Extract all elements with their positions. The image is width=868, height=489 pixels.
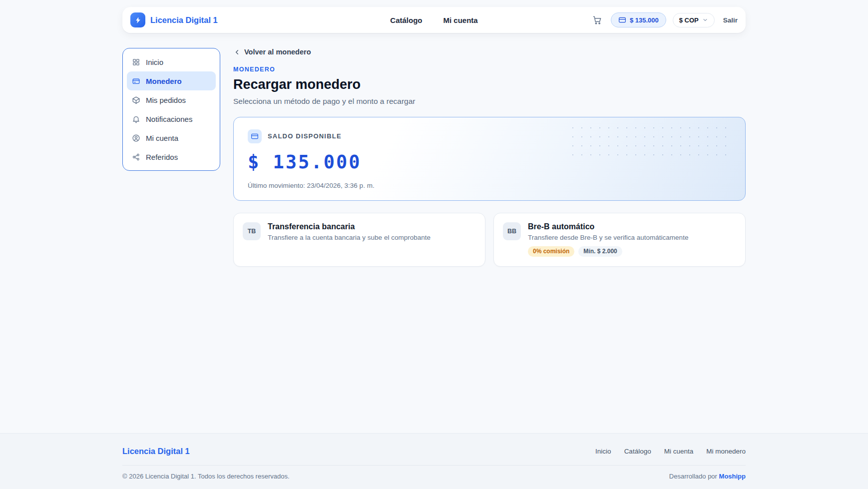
- avatar: BB: [503, 222, 521, 240]
- payment-method-badges: 0% comisión Mín. $ 2.000: [528, 246, 688, 257]
- package-icon: [132, 96, 140, 104]
- grid-icon: [132, 58, 140, 66]
- currency-selector-label: $ COP: [679, 16, 699, 24]
- currency-selector[interactable]: $ COP: [673, 13, 715, 27]
- balance-amount: $ 135.000: [248, 151, 731, 173]
- cart-icon[interactable]: [590, 13, 604, 27]
- footer-developer-link[interactable]: Moshipp: [719, 473, 746, 480]
- footer-top-row: Licencia Digital 1 Inicio Catálogo Mi cu…: [122, 434, 746, 465]
- logout-button[interactable]: Salir: [723, 16, 738, 24]
- bell-icon: [132, 115, 140, 123]
- footer-copyright: © 2026 Licencia Digital 1. Todos los der…: [122, 473, 290, 480]
- footer-link-catalogo[interactable]: Catálogo: [624, 448, 651, 455]
- payment-methods: TB Transferencia bancaria Transfiere a l…: [233, 213, 746, 267]
- footer-link-inicio[interactable]: Inicio: [595, 448, 611, 455]
- brand-logo: [130, 12, 145, 27]
- back-to-wallet-label: Volver al monedero: [244, 48, 311, 56]
- payment-method-bre-b-automatico[interactable]: BB Bre-B automático Transfiere desde Bre…: [493, 213, 746, 267]
- footer-links: Inicio Catálogo Mi cuenta Mi monedero: [595, 448, 746, 455]
- content-area: Inicio Monedero Mis pedidos Notificacion…: [122, 48, 746, 267]
- payment-method-body: Transferencia bancaria Transfiere a la c…: [268, 222, 431, 241]
- page-subtitle: Selecciona un método de pago y el monto …: [233, 97, 746, 106]
- payment-method-title: Bre-B automático: [528, 222, 688, 231]
- footer-link-mi-cuenta[interactable]: Mi cuenta: [664, 448, 694, 455]
- balance-last-movement: Último movimiento: 23/04/2026, 3:36 p. m…: [248, 182, 731, 189]
- footer-developed-by: Desarrollado por Moshipp: [669, 473, 746, 480]
- minimum-amount-badge: Mín. $ 2.000: [578, 246, 622, 257]
- chevron-down-icon: [702, 17, 708, 23]
- avatar: TB: [243, 222, 261, 240]
- brand-name: Licencia Digital 1: [150, 15, 218, 25]
- wallet-icon: [132, 77, 140, 85]
- share-icon: [132, 153, 140, 161]
- wallet-balance-pill-label: $ 135.000: [630, 16, 659, 24]
- brand[interactable]: Licencia Digital 1: [130, 12, 390, 27]
- back-to-wallet-link[interactable]: Volver al monedero: [233, 48, 311, 56]
- balance-label: SALDO DISPONIBLE: [268, 132, 342, 140]
- credit-card-icon: [618, 16, 626, 24]
- payment-method-description: Transfiere desde Bre-B y se verifica aut…: [528, 234, 688, 241]
- nav-link-catalogo[interactable]: Catálogo: [390, 16, 422, 24]
- wallet-balance-pill[interactable]: $ 135.000: [611, 12, 666, 27]
- sidebar-item-inicio[interactable]: Inicio: [127, 52, 216, 71]
- main-panel: Volver al monedero MONEDERO Recargar mon…: [233, 48, 746, 267]
- sidebar: Inicio Monedero Mis pedidos Notificacion…: [122, 48, 220, 171]
- payment-method-transferencia-bancaria[interactable]: TB Transferencia bancaria Transfiere a l…: [233, 213, 485, 267]
- sidebar-item-label: Monedero: [146, 77, 182, 85]
- sidebar-item-label: Notificaciones: [146, 115, 192, 123]
- footer-brand[interactable]: Licencia Digital 1: [122, 447, 190, 456]
- bolt-icon: [134, 16, 142, 24]
- sidebar-item-label: Mi cuenta: [146, 134, 178, 142]
- nav-actions: $ 135.000 $ COP Salir: [478, 12, 738, 27]
- credit-card-icon: [248, 129, 262, 143]
- user-icon: [132, 134, 140, 142]
- sidebar-item-notificaciones[interactable]: Notificaciones: [127, 109, 216, 128]
- sidebar-item-label: Referidos: [146, 153, 178, 161]
- balance-header: SALDO DISPONIBLE: [248, 129, 731, 143]
- footer-link-mi-monedero[interactable]: Mi monedero: [706, 448, 746, 455]
- footer: Licencia Digital 1 Inicio Catálogo Mi cu…: [0, 433, 868, 489]
- nav-links: Catálogo Mi cuenta: [390, 16, 477, 24]
- commission-badge: 0% comisión: [528, 246, 574, 257]
- navbar-container: Licencia Digital 1 Catálogo Mi cuenta $ …: [122, 7, 746, 33]
- navbar: Licencia Digital 1 Catálogo Mi cuenta $ …: [122, 7, 746, 33]
- payment-method-body: Bre-B automático Transfiere desde Bre-B …: [528, 222, 688, 257]
- page-title: Recargar monedero: [233, 77, 746, 92]
- payment-method-title: Transferencia bancaria: [268, 222, 431, 231]
- sidebar-item-monedero[interactable]: Monedero: [127, 71, 216, 90]
- sidebar-item-referidos[interactable]: Referidos: [127, 147, 216, 166]
- footer-bottom-row: © 2026 Licencia Digital 1. Todos los der…: [122, 465, 746, 489]
- footer-developed-by-prefix: Desarrollado por: [669, 473, 717, 480]
- nav-link-mi-cuenta[interactable]: Mi cuenta: [443, 16, 478, 24]
- sidebar-item-label: Inicio: [146, 58, 163, 66]
- sidebar-item-mi-cuenta[interactable]: Mi cuenta: [127, 128, 216, 147]
- sidebar-item-label: Mis pedidos: [146, 96, 186, 104]
- payment-method-description: Transfiere a la cuenta bancaria y sube e…: [268, 234, 431, 241]
- chevron-left-icon: [233, 48, 241, 56]
- section-eyebrow: MONEDERO: [233, 66, 746, 73]
- sidebar-item-mis-pedidos[interactable]: Mis pedidos: [127, 90, 216, 109]
- balance-card: SALDO DISPONIBLE $ 135.000 Último movimi…: [233, 117, 746, 201]
